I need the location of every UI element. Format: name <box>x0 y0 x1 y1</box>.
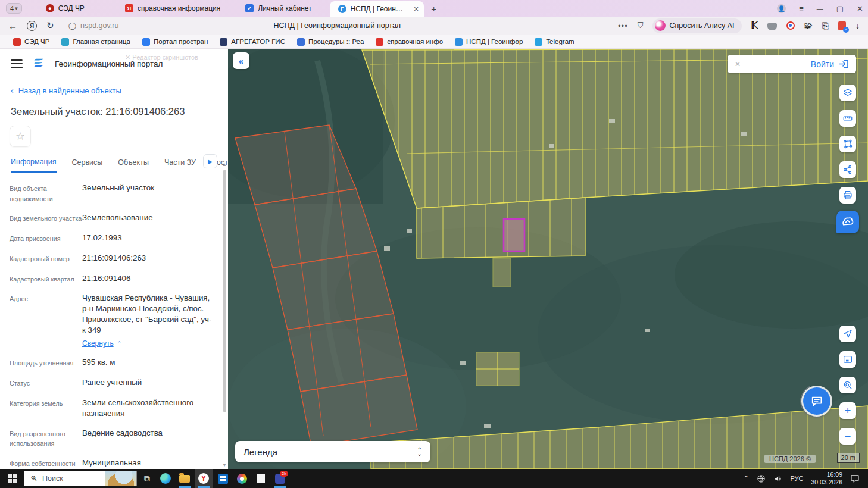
more-options-icon[interactable]: ••• <box>618 21 628 30</box>
portal-menu-icon[interactable] <box>11 59 23 68</box>
taskbar-messenger[interactable]: 2k <box>271 469 289 488</box>
field-value: 17.02.1993 <box>82 233 213 243</box>
favorite-star-button[interactable]: ☆ <box>10 126 31 147</box>
collapse-panel-button[interactable]: « <box>233 52 249 69</box>
taskbar-edge[interactable] <box>157 469 174 488</box>
select-area-button[interactable] <box>839 136 856 152</box>
back-to-results-link[interactable]: ‹ Назад в найденные объекты <box>11 86 228 95</box>
zoom-out-button[interactable]: − <box>839 428 856 445</box>
tab-sed-chr[interactable]: ● СЭД ЧР <box>38 0 93 17</box>
tab-counter[interactable]: 4 ▾ <box>6 3 22 14</box>
object-info-panel: ✕ Редактор скриншотов Геоинформационный … <box>0 49 228 469</box>
measure-button[interactable] <box>839 110 856 127</box>
taskbar-paint[interactable] <box>233 469 251 488</box>
zoom-in-button[interactable]: + <box>839 402 856 419</box>
chevron-down-icon: ▾ <box>15 5 18 11</box>
tray-expand-icon[interactable]: ⌃ <box>743 474 749 483</box>
bookmark-item[interactable]: Главная страница <box>57 37 135 47</box>
overview-map-button[interactable] <box>839 351 856 368</box>
tab-close-icon[interactable]: ✕ <box>413 5 419 13</box>
unread-badge: 2k <box>280 471 288 477</box>
collapse-label: Свернуть <box>82 339 114 348</box>
layers-button[interactable] <box>839 85 856 101</box>
extension-shield-icon[interactable] <box>767 23 777 30</box>
taskbar-yandex-browser[interactable]: Y <box>195 469 213 488</box>
notepad-icon <box>257 474 265 483</box>
taskbar-notepad[interactable] <box>252 469 270 488</box>
chat-assistant-button[interactable] <box>803 387 830 415</box>
bookmark-item[interactable]: Процедуры :: Реа <box>292 37 369 47</box>
field-row: Категория земель Земли сельскохозяйствен… <box>10 398 213 419</box>
legend-toggle-icon[interactable]: ⌃⌄ <box>417 448 422 456</box>
field-label: Адрес <box>10 293 82 348</box>
share-button[interactable] <box>839 161 856 178</box>
login-icon <box>839 60 849 68</box>
tab-counter-value: 4 <box>10 5 14 12</box>
bookmark-item[interactable]: Telegram <box>530 37 579 47</box>
bookmark-flag-icon[interactable]: ⛉ <box>638 21 644 30</box>
browser-menu-icon[interactable]: ≡ <box>799 4 804 13</box>
volume-icon[interactable] <box>773 474 782 483</box>
windows-logo-icon <box>8 474 17 483</box>
extensions-puzzle-icon[interactable]: 🧩︎ <box>804 21 813 30</box>
start-button[interactable] <box>0 469 24 488</box>
network-icon[interactable] <box>757 474 766 483</box>
language-indicator[interactable]: РУС <box>790 475 803 482</box>
scroll-down-icon[interactable]: ▼ <box>222 462 227 468</box>
url-field[interactable]: ◯ nspd.gov.ru НСПД | Геоинформационный п… <box>63 18 612 33</box>
field-value: Земли сельскохозяйственного назначения <box>82 398 213 419</box>
site-security-icon[interactable]: ◯ <box>68 21 76 30</box>
task-view-icon[interactable]: ⧉ <box>144 474 150 484</box>
refresh-icon[interactable]: ↻ <box>46 20 54 31</box>
tab-obekty[interactable]: Объекты <box>118 158 149 172</box>
search-highlight-image[interactable] <box>105 471 136 486</box>
back-icon[interactable]: ← <box>8 21 17 31</box>
extension-k-icon[interactable]: 𝕂 <box>751 20 758 31</box>
store-icon <box>218 474 228 484</box>
tab-nspd-active[interactable]: Г НСПД | Геоинформаци ✕ <box>330 1 424 17</box>
bookmark-item[interactable]: СЭД ЧР <box>8 37 54 47</box>
search-location-button[interactable] <box>839 377 856 393</box>
tab-lichny-kabinet[interactable]: ✓ Личный кабинет <box>237 0 320 17</box>
geolocate-button[interactable] <box>839 326 856 342</box>
collections-icon[interactable]: ⎘ <box>822 21 829 31</box>
bookmark-favicon <box>455 38 463 46</box>
notification-icon[interactable] <box>850 474 860 483</box>
minimize-button[interactable]: — <box>817 5 823 12</box>
close-button[interactable]: ✕ <box>857 4 863 13</box>
taskbar-explorer[interactable] <box>176 469 193 488</box>
bookmark-item[interactable]: АГРЕГАТОР ГИС <box>215 37 290 47</box>
extension-target-icon[interactable] <box>786 21 795 30</box>
taskbar-store[interactable] <box>214 469 232 488</box>
scrollbar-thumb[interactable] <box>223 170 226 412</box>
new-tab-button[interactable]: + <box>427 2 441 15</box>
field-value: 595 кв. м <box>82 357 213 368</box>
downloads-icon[interactable]: ↓ <box>855 21 860 30</box>
maximize-button[interactable]: ▢ <box>836 4 844 13</box>
bookmark-item[interactable]: НСПД | Геоинфор <box>450 37 527 47</box>
scroll-up-icon[interactable]: ▲ <box>222 162 227 167</box>
tab-chasti-zu[interactable]: Части ЗУ <box>164 158 196 172</box>
taskbar-search[interactable]: 🔍︎ Поиск <box>24 471 137 486</box>
tab-spravochnaya[interactable]: Я справочная информация <box>117 0 229 17</box>
yandex-home-icon[interactable]: Я <box>27 21 37 31</box>
extension-doc-check-icon[interactable] <box>838 21 846 30</box>
close-search-icon[interactable]: ✕ <box>735 60 741 68</box>
map-canvas[interactable]: « ✕ Войти + − Легенда ⌃⌄ <box>228 49 868 469</box>
tabs-overflow-button[interactable]: ▶ <box>203 154 217 168</box>
print-button[interactable] <box>839 187 856 204</box>
bookmark-item[interactable]: справочная инфо <box>371 37 448 47</box>
tab-informatsiya[interactable]: Информация <box>11 158 57 173</box>
panel-scrollbar[interactable]: ▲ ▼ <box>223 168 226 461</box>
field-value: Землепользование <box>82 212 213 223</box>
field-label: Площадь уточненная <box>10 357 82 368</box>
clock[interactable]: 16:09 30.03.2026 <box>811 471 842 486</box>
active-map-tool-button[interactable] <box>836 211 859 233</box>
collapse-address-link[interactable]: Свернуть ⌃ <box>82 339 121 348</box>
legend-bar[interactable]: Легенда ⌃⌄ <box>235 441 430 462</box>
login-bar[interactable]: ✕ Войти <box>728 55 856 73</box>
tab-servisy[interactable]: Сервисы <box>72 158 103 172</box>
bookmark-item[interactable]: Портал простран <box>138 37 213 47</box>
profile-icon[interactable]: 👤 <box>777 4 786 13</box>
ask-alice-button[interactable]: Спросить Алису AI <box>652 18 741 33</box>
